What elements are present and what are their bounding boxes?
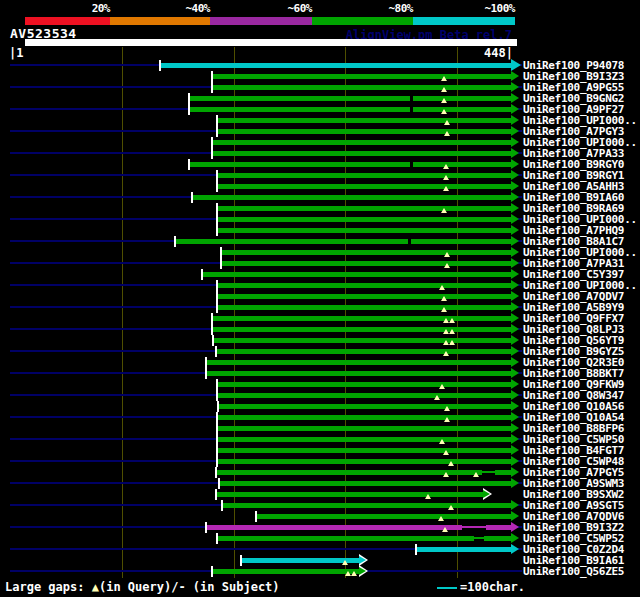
start-tick	[174, 236, 176, 247]
alignment-bar[interactable]	[212, 151, 511, 156]
start-tick	[216, 181, 218, 192]
alignment-bar[interactable]	[217, 129, 511, 134]
alignment-bar[interactable]	[217, 382, 511, 387]
gap-in-query-marker-icon	[448, 461, 454, 466]
alignment-bar[interactable]	[212, 327, 511, 332]
alignment-bar[interactable]	[212, 74, 511, 79]
alignment-bar[interactable]	[222, 503, 511, 508]
gap-in-query-marker-icon	[439, 285, 445, 290]
start-tick	[188, 159, 190, 170]
alignment-bar[interactable]	[206, 525, 462, 530]
start-tick	[205, 368, 207, 379]
start-tick	[216, 456, 218, 467]
bar-arrowhead-icon	[483, 490, 490, 498]
alignment-bar[interactable]	[217, 426, 511, 431]
alignment-bar[interactable]	[212, 316, 511, 321]
alignment-bar[interactable]	[484, 536, 511, 541]
bar-arrowhead-icon	[511, 82, 519, 92]
alignment-bar[interactable]	[175, 239, 511, 244]
alignment-bar[interactable]	[212, 140, 511, 145]
alignment-bar[interactable]	[217, 393, 511, 398]
scale-segment	[312, 17, 413, 25]
start-tick	[216, 379, 218, 390]
alignment-bar[interactable]	[202, 272, 511, 277]
gap-in-query-marker-icon	[443, 175, 449, 180]
alignment-bar[interactable]	[256, 514, 511, 519]
alignment-bar[interactable]	[217, 118, 511, 123]
alignment-bar[interactable]	[217, 184, 511, 189]
alignment-bar[interactable]	[160, 63, 511, 68]
gap-in-query-marker-icon	[448, 505, 454, 510]
alignment-bar[interactable]	[216, 492, 483, 497]
alignment-bar[interactable]	[212, 569, 359, 574]
start-tick	[191, 192, 193, 203]
bar-arrowhead-icon	[511, 192, 519, 202]
alignment-bar[interactable]	[212, 85, 511, 90]
alignment-bar[interactable]	[462, 526, 487, 528]
start-tick	[216, 533, 218, 544]
gap-in-query-icon: ▲	[92, 580, 99, 594]
start-tick	[211, 137, 213, 148]
alignment-bar[interactable]	[217, 217, 511, 222]
ruler-start-label: |1	[9, 47, 23, 60]
alignment-bar[interactable]	[216, 470, 482, 475]
bar-arrowhead-icon	[511, 71, 519, 81]
gap-in-query-marker-icon	[443, 351, 449, 356]
gap-legend-suffix: (in Query)/- (in Subject)	[99, 580, 280, 594]
alignment-bar[interactable]	[216, 349, 511, 354]
start-tick	[211, 82, 213, 93]
scale-label: ~100%	[484, 2, 515, 15]
alignment-bar[interactable]	[482, 471, 495, 473]
alignment-bar[interactable]	[217, 206, 511, 211]
bar-arrowhead-icon	[511, 203, 519, 213]
alignment-bar[interactable]	[217, 536, 474, 541]
alignment-bar[interactable]	[217, 228, 511, 233]
alignment-bar[interactable]	[217, 173, 511, 178]
alignment-bar[interactable]	[217, 437, 511, 442]
alignment-bar[interactable]	[221, 250, 511, 255]
scale-segment	[25, 17, 110, 25]
alignment-bar[interactable]	[474, 537, 484, 539]
alignment-bar[interactable]	[192, 195, 511, 200]
bar-arrowhead-icon	[359, 556, 366, 564]
alignment-bar[interactable]	[495, 470, 511, 475]
alignment-bar[interactable]	[218, 404, 511, 409]
alignment-bar[interactable]	[217, 294, 511, 299]
gap-in-query-marker-icon	[444, 252, 450, 257]
bar-arrowhead-icon	[511, 390, 519, 400]
alignment-bar[interactable]	[217, 448, 511, 453]
scale-label: ~60%	[288, 2, 313, 15]
gap-in-query-marker-icon	[441, 208, 447, 213]
start-tick	[216, 214, 218, 225]
gap-in-query-marker-icon	[438, 516, 444, 521]
alignment-bar[interactable]	[486, 525, 511, 530]
alignment-bar[interactable]	[217, 305, 511, 310]
alignment-bar[interactable]	[213, 338, 511, 343]
alignment-bar[interactable]	[219, 481, 511, 486]
bar-arrowhead-icon	[511, 445, 519, 455]
alignment-bar[interactable]	[189, 162, 511, 167]
alignment-bar[interactable]	[217, 283, 511, 288]
alignment-bar[interactable]	[217, 415, 511, 420]
alignment-bar[interactable]	[217, 459, 511, 464]
start-tick	[220, 247, 222, 258]
gap-in-query-marker-icon	[444, 120, 450, 125]
alignment-bar[interactable]	[189, 107, 511, 112]
gap-in-subject-marker-icon	[410, 107, 413, 112]
start-tick	[159, 60, 161, 71]
gap-in-query-marker-icon	[444, 263, 450, 268]
gap-in-query-marker-icon	[441, 296, 447, 301]
bar-arrowhead-icon	[511, 104, 519, 114]
alignment-bar[interactable]	[221, 261, 511, 266]
alignment-bar[interactable]	[206, 360, 511, 365]
alignment-bar[interactable]	[416, 547, 511, 552]
alignment-bar[interactable]	[206, 371, 511, 376]
alignment-bar[interactable]	[189, 96, 511, 101]
start-tick	[216, 423, 218, 434]
gap-legend: Large gaps: ▲(in Query)/- (in Subject)	[5, 581, 280, 594]
start-tick	[188, 93, 190, 104]
subject-label[interactable]: UniRef100_Q56ZE5	[523, 566, 624, 577]
start-tick	[216, 203, 218, 214]
bar-arrowhead-icon	[511, 478, 519, 488]
bar-arrowhead-icon	[511, 247, 519, 257]
